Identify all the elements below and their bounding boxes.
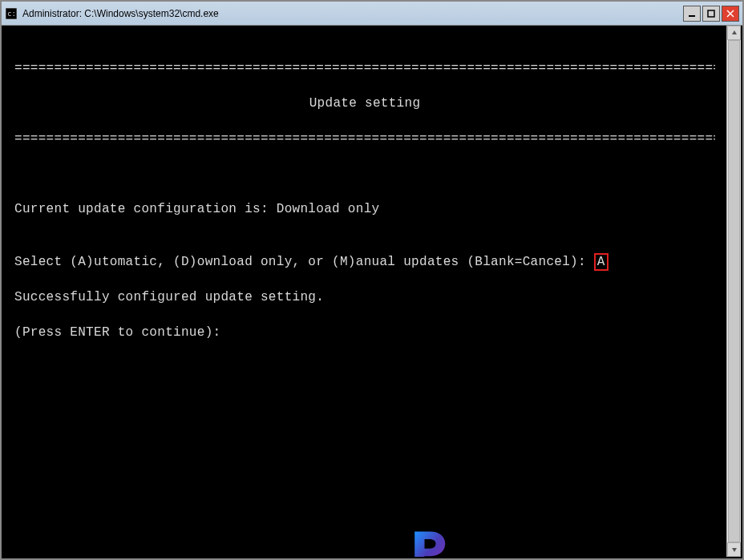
divider-bottom: ========================================… xyxy=(14,130,715,147)
window-title: Administrator: C:\Windows\system32\cmd.e… xyxy=(22,8,683,19)
success-line: Successfully configured update setting. xyxy=(14,288,715,306)
watermark-logo xyxy=(342,507,387,552)
close-button[interactable] xyxy=(722,6,739,22)
prompt-text: Select (A)utomatic, (D)ownload only, or … xyxy=(14,255,594,269)
titlebar[interactable]: c: Administrator: C:\Windows\system32\cm… xyxy=(2,2,742,26)
config-status-line: Current update configuration is: Downloa… xyxy=(14,200,715,218)
svg-marker-7 xyxy=(732,548,737,552)
section-header: Update setting xyxy=(14,95,715,112)
prompt-line: Select (A)utomatic, (D)ownload only, or … xyxy=(14,253,715,271)
vertical-scrollbar[interactable] xyxy=(726,26,741,557)
maximize-button[interactable] xyxy=(702,6,720,22)
cmd-icon: c: xyxy=(5,7,18,20)
svg-marker-6 xyxy=(732,30,737,34)
terminal-output[interactable]: ========================================… xyxy=(3,26,726,557)
user-input-highlight: A xyxy=(594,253,609,271)
scroll-track[interactable] xyxy=(727,40,741,542)
scroll-up-button[interactable] xyxy=(727,26,741,40)
svg-rect-3 xyxy=(708,10,714,17)
content-area: ========================================… xyxy=(3,26,741,557)
divider-top: ========================================… xyxy=(14,59,715,77)
minimize-button[interactable] xyxy=(683,6,701,22)
cmd-window: c: Administrator: C:\Windows\system32\cm… xyxy=(0,0,744,560)
scroll-thumb[interactable] xyxy=(728,40,740,542)
svg-text:c:: c: xyxy=(7,10,16,18)
continue-line: (Press ENTER to continue): xyxy=(14,324,715,341)
scroll-down-button[interactable] xyxy=(727,542,741,557)
window-controls xyxy=(683,6,739,22)
